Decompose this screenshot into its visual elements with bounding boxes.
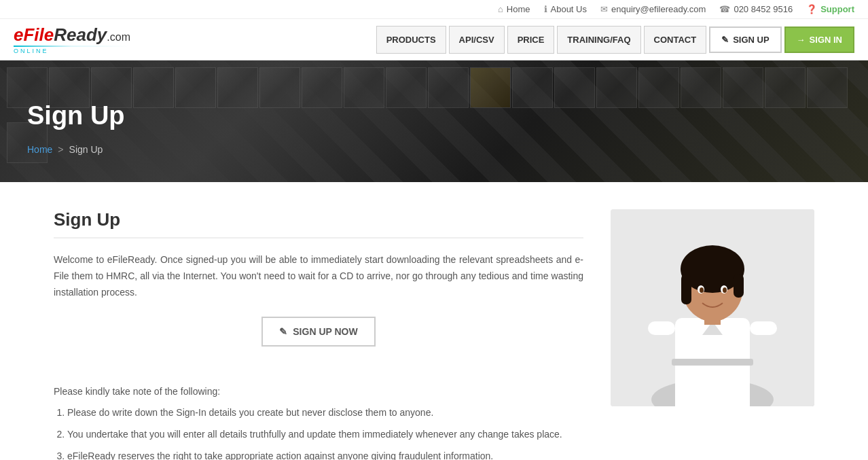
content-title: Sign Up: [54, 209, 583, 238]
email-link[interactable]: ✉ enquiry@efileready.com: [600, 4, 706, 14]
top-bar: ⌂ Home ℹ About Us ✉ enquiry@efileready.c…: [0, 0, 868, 19]
nav-training-faq[interactable]: TRAINING/FAQ: [557, 26, 640, 54]
nav-products[interactable]: PRODUCTS: [376, 26, 446, 54]
about-link[interactable]: ℹ About Us: [544, 4, 587, 14]
signin-icon: →: [797, 35, 806, 45]
about-label: About Us: [551, 4, 587, 14]
note-item-2: You undertake that you will enter all de…: [67, 427, 583, 443]
content-area: Sign Up Welcome to eFileReady. Once sign…: [26, 182, 842, 460]
phone-icon: ☎: [719, 4, 730, 14]
svg-point-11: [700, 287, 704, 293]
person-illustration: [611, 209, 814, 406]
sidebar-image: [611, 209, 814, 406]
sidebar: [611, 209, 814, 460]
signup-now-button[interactable]: ✎ SIGN UP NOW: [261, 317, 375, 347]
svg-rect-15: [672, 359, 753, 366]
hero-title: Sign Up: [27, 101, 841, 130]
email-label: enquiry@efileready.com: [611, 4, 706, 14]
nav-container: PRODUCTS API/CSV PRICE TRAINING/FAQ CONT…: [376, 26, 854, 54]
logo-dotcom: .com: [107, 31, 130, 43]
note-list: Please do write down the Sign-In details…: [54, 405, 583, 460]
email-icon: ✉: [600, 4, 608, 14]
logo[interactable]: e File Ready .com ONLINE: [14, 24, 130, 54]
logo-ready: Ready: [54, 24, 107, 46]
support-icon: ❓: [806, 4, 817, 14]
signin-button[interactable]: → SIGN IN: [784, 26, 854, 53]
support-link[interactable]: ❓ Support: [806, 4, 854, 14]
note-header: Please kindly take note of the following…: [54, 386, 583, 397]
logo-tagline: ONLINE: [14, 48, 130, 54]
logo-text: e: [14, 24, 23, 46]
breadcrumb-home[interactable]: Home: [27, 144, 52, 155]
nav-api-csv[interactable]: API/CSV: [449, 26, 505, 54]
logo-file: File: [23, 24, 54, 46]
svg-rect-13: [648, 321, 675, 335]
phone-label: 020 8452 9516: [734, 4, 793, 14]
hero-banner: Sign Up Home > Sign Up: [0, 60, 868, 182]
info-icon: ℹ: [544, 4, 547, 14]
note-item-3: eFileReady reserves the right to take ap…: [67, 448, 583, 460]
intro-text: Welcome to eFileReady. Once signed-up yo…: [54, 252, 583, 300]
signup-now-icon: ✎: [279, 326, 287, 337]
note-item-1: Please do write down the Sign-In details…: [67, 405, 583, 421]
main-header: e File Ready .com ONLINE PRODUCTS API/CS…: [0, 19, 868, 60]
signin-label: SIGN IN: [810, 35, 842, 45]
signup-label: SIGN UP: [733, 35, 769, 45]
signup-icon: ✎: [721, 35, 729, 45]
nav-contact[interactable]: CONTACT: [644, 26, 707, 54]
svg-rect-7: [681, 274, 691, 304]
home-link[interactable]: ⌂ Home: [498, 4, 530, 14]
svg-point-12: [723, 287, 727, 293]
support-label: Support: [820, 4, 854, 14]
svg-rect-8: [734, 274, 744, 298]
nav-price[interactable]: PRICE: [507, 26, 555, 54]
signup-now-label: SIGN UP NOW: [293, 326, 357, 337]
signup-button[interactable]: ✎ SIGN UP: [709, 26, 781, 53]
breadcrumb: Home > Sign Up: [27, 144, 841, 155]
phone-link[interactable]: ☎ 020 8452 9516: [719, 4, 793, 14]
svg-rect-14: [750, 321, 777, 335]
breadcrumb-separator: >: [58, 144, 63, 155]
breadcrumb-current: Sign Up: [69, 144, 103, 155]
main-content: Sign Up Welcome to eFileReady. Once sign…: [54, 209, 583, 460]
home-icon: ⌂: [498, 4, 503, 14]
home-label: Home: [507, 4, 530, 14]
logo-line: [14, 46, 129, 47]
